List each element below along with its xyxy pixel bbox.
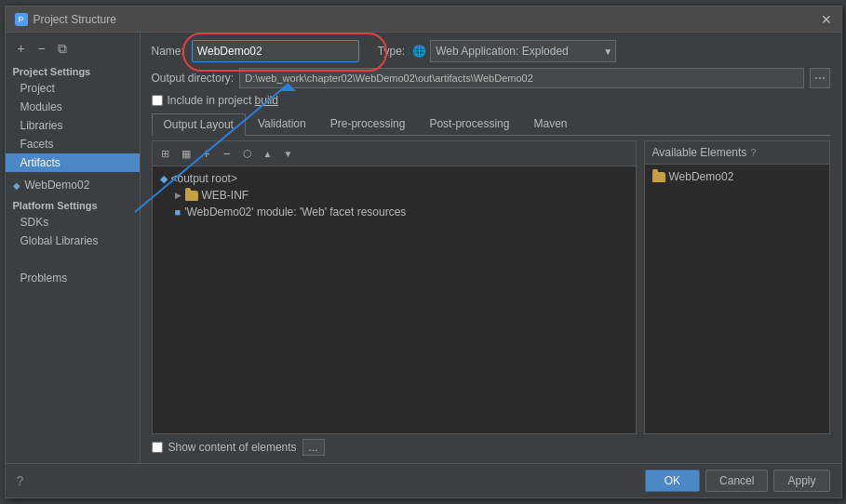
show-content-label: Show content of elements (168, 441, 297, 454)
panel-down-btn[interactable]: ▼ (279, 144, 298, 163)
close-button[interactable]: ✕ (821, 12, 832, 27)
main-content: + − ⧉ Project Settings Project Modules L… (6, 33, 841, 463)
copy-artifact-button[interactable]: ⧉ (54, 40, 71, 57)
include-row: Include in project build (152, 94, 830, 107)
output-dir-label: Output directory: (152, 72, 235, 85)
sidebar-item-project[interactable]: Project (6, 79, 140, 98)
available-item-webdemo02[interactable]: WebDemo02 (652, 168, 822, 185)
cancel-button[interactable]: Cancel (705, 470, 768, 492)
left-panel: ⊞ ▦ + − ⬡ ▲ ▼ ◆ <output root> (152, 140, 637, 434)
name-row: Name: Type: 🌐 Web Application: Exploded … (152, 40, 830, 62)
available-item-label: WebDemo02 (669, 170, 734, 183)
footer-buttons: OK Cancel Apply (645, 470, 830, 492)
panels-area: ⊞ ▦ + − ⬡ ▲ ▼ ◆ <output root> (152, 140, 830, 434)
sidebar-item-facets-label: Facets (20, 138, 54, 151)
sidebar-item-sdks-label: SDKs (20, 216, 49, 229)
sidebar-item-libraries-label: Libraries (20, 119, 63, 132)
type-select-wrapper: 🌐 Web Application: Exploded ▼ (412, 40, 616, 62)
apply-button[interactable]: Apply (773, 470, 829, 492)
available-elements-header: Available Elements ? (645, 141, 829, 165)
panel-remove-btn[interactable]: − (218, 144, 236, 163)
panel-extra-btn[interactable]: ⬡ (238, 144, 257, 163)
tree-item-web-inf[interactable]: ▶ WEB-INF (153, 187, 636, 204)
sidebar-item-sdks[interactable]: SDKs (6, 213, 140, 232)
add-artifact-button[interactable]: + (13, 40, 30, 57)
project-settings-label: Project Settings (6, 62, 140, 79)
tab-maven[interactable]: Maven (521, 113, 579, 135)
available-elements-help-icon[interactable]: ? (750, 147, 756, 158)
remove-artifact-button[interactable]: − (34, 40, 50, 57)
bottom-row: Show content of elements ... (152, 434, 830, 456)
panel-grid-btn[interactable]: ⊞ (156, 144, 175, 163)
sidebar-item-artifacts[interactable]: Artifacts (6, 153, 140, 172)
sidebar: + − ⧉ Project Settings Project Modules L… (6, 33, 141, 463)
type-select[interactable]: Web Application: Exploded (430, 40, 616, 62)
title-bar-left: P Project Structure (15, 13, 116, 26)
sidebar-item-modules-label: Modules (20, 100, 62, 113)
panel-content: ◆ <output root> ▶ WEB-INF ■ 'WebDemo02' … (153, 166, 636, 433)
panel-up-btn[interactable]: ▲ (259, 144, 277, 163)
sidebar-item-problems[interactable]: Problems (6, 269, 140, 287)
tree-item-webdemo-module[interactable]: ■ 'WebDemo02' module: 'Web' facet resour… (153, 204, 636, 220)
web-inf-label: WEB-INF (202, 189, 249, 202)
sidebar-item-modules[interactable]: Modules (6, 98, 140, 116)
name-input[interactable] (192, 40, 359, 62)
sidebar-item-problems-label: Problems (20, 272, 68, 285)
include-label: Include in project build (168, 94, 278, 107)
sidebar-item-global-libraries-label: Global Libraries (20, 234, 99, 247)
name-label: Name: (152, 45, 184, 58)
webdemo-module-label: 'WebDemo02' module: 'Web' facet resource… (184, 206, 406, 219)
available-content: WebDemo02 (645, 165, 829, 433)
sidebar-item-libraries[interactable]: Libraries (6, 116, 140, 135)
available-elements-label: Available Elements (652, 146, 747, 159)
sidebar-selected-artifact[interactable]: ◆ WebDemo02 (6, 176, 140, 194)
dots-button[interactable]: ... (302, 439, 325, 456)
type-label: Type: (378, 45, 405, 58)
panel-add-btn[interactable]: + (197, 144, 216, 163)
tab-post-processing[interactable]: Post-processing (417, 113, 521, 135)
include-checkbox[interactable] (152, 95, 163, 106)
tab-pre-processing[interactable]: Pre-processing (318, 113, 418, 135)
tree-item-output-root[interactable]: ◆ <output root> (153, 170, 636, 187)
name-input-wrapper (192, 40, 359, 62)
title-bar: P Project Structure ✕ (6, 7, 841, 33)
available-folder-icon (652, 172, 665, 182)
sidebar-item-global-libraries[interactable]: Global Libraries (6, 232, 140, 250)
sidebar-item-artifacts-label: Artifacts (20, 156, 60, 169)
dialog-icon: P (15, 13, 28, 26)
tab-validation[interactable]: Validation (246, 113, 318, 135)
dialog-title: Project Structure (34, 13, 116, 26)
artifact-icon: ◆ (13, 180, 20, 191)
output-dir-browse-button[interactable]: ⋯ (810, 68, 830, 88)
show-content-checkbox[interactable] (152, 442, 163, 453)
output-root-label: <output root> (171, 172, 237, 185)
ok-button[interactable]: OK (645, 470, 700, 492)
right-panel: Available Elements ? WebDemo02 (644, 140, 830, 434)
sidebar-toolbar: + − ⧉ (6, 37, 140, 60)
output-root-icon: ◆ (160, 173, 168, 185)
platform-settings-label: Platform Settings (6, 194, 140, 213)
selected-artifact-label: WebDemo02 (25, 179, 90, 192)
module-icon: ■ (175, 206, 181, 218)
panel-toolbar: ⊞ ▦ + − ⬡ ▲ ▼ (153, 141, 636, 166)
folder-icon (185, 191, 198, 201)
footer: ? OK Cancel Apply (6, 463, 841, 497)
content-area: Name: Type: 🌐 Web Application: Exploded … (141, 33, 841, 463)
tabs-row: Output Layout Validation Pre-processing … (152, 113, 830, 136)
panel-list-btn[interactable]: ▦ (177, 144, 195, 163)
project-structure-dialog: P Project Structure ✕ + − ⧉ Project Sett… (5, 6, 842, 498)
sidebar-item-facets[interactable]: Facets (6, 135, 140, 153)
output-dir-input[interactable] (239, 68, 803, 88)
output-dir-row: Output directory: ⋯ (152, 68, 830, 88)
tree-arrow-icon: ▶ (175, 191, 181, 200)
tab-output-layout[interactable]: Output Layout (152, 113, 246, 136)
type-icon: 🌐 (412, 45, 426, 58)
help-button[interactable]: ? (17, 473, 24, 488)
sidebar-item-project-label: Project (20, 82, 55, 95)
